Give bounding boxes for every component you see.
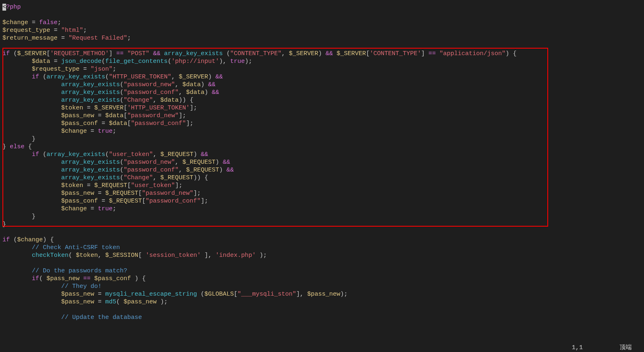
token: ( — [120, 159, 124, 166]
token: $data — [32, 58, 50, 65]
code-line[interactable] — [2, 306, 642, 314]
token: "password_conf" — [124, 167, 179, 174]
token — [2, 128, 61, 135]
token: ( — [39, 275, 46, 282]
code-line[interactable] — [2, 11, 642, 19]
token: 'session_token' — [146, 252, 201, 259]
token: array_key_exists — [46, 151, 105, 158]
code-line[interactable]: } — [2, 221, 642, 228]
token: 'index.php' — [215, 252, 256, 259]
code-line[interactable] — [2, 259, 642, 267]
token: = — [98, 120, 109, 127]
token: if — [32, 275, 39, 282]
code-line[interactable] — [2, 228, 642, 236]
token: true — [230, 58, 245, 65]
token: $pass_new — [124, 299, 157, 305]
code-line[interactable]: $token = $_REQUEST["user_token"]; — [2, 182, 642, 189]
token: $data — [182, 81, 201, 88]
code-line[interactable]: } else { — [2, 143, 642, 151]
token: ) — [204, 89, 212, 96]
code-line[interactable]: array_key_exists("password_conf", $_REQU… — [2, 166, 642, 174]
code-line[interactable]: } — [2, 135, 642, 143]
token: array_key_exists — [46, 74, 105, 80]
code-editor[interactable]: <?php $change = false;$request_type = "h… — [0, 0, 644, 352]
token: ); — [340, 291, 347, 298]
token: "password_new" — [124, 159, 175, 166]
code-line[interactable]: $pass_conf = $_REQUEST["password_conf"]; — [2, 197, 642, 205]
code-line[interactable]: checkToken( $token, $_SESSION[ 'session_… — [2, 252, 642, 259]
token: = — [83, 182, 94, 189]
token: if — [2, 50, 10, 57]
code-line[interactable]: $pass_conf = $data["password_conf"]; — [2, 120, 642, 127]
code-line[interactable]: $change = true; — [2, 205, 642, 213]
code-line[interactable]: array_key_exists("password_new", $_REQUE… — [2, 158, 642, 166]
token: "user_token" — [131, 182, 175, 189]
code-line[interactable]: $change = true; — [2, 127, 642, 135]
token: // They do! — [61, 283, 102, 290]
token: ( — [105, 74, 109, 80]
token: ; — [127, 35, 131, 42]
token: ] — [109, 50, 116, 57]
code-line[interactable]: $token = $_SERVER['HTTP_USER_TOKEN']; — [2, 104, 642, 112]
code-line[interactable]: $request_type = "html"; — [2, 27, 642, 34]
token — [2, 244, 32, 251]
token: "password_new" — [124, 81, 175, 88]
code-line[interactable]: array_key_exists("Change", $_REQUEST)) { — [2, 174, 642, 182]
token: // Check Anti-CSRF token — [32, 244, 120, 251]
token: "Change" — [124, 97, 153, 104]
token — [2, 283, 61, 290]
code-line[interactable]: $request_type = "json"; — [2, 65, 642, 73]
token: $return_message — [2, 35, 58, 42]
code-line[interactable]: array_key_exists("password_new", $data) … — [2, 81, 642, 89]
code-line[interactable]: if( $pass_new == $pass_conf ) { — [2, 275, 642, 283]
token — [333, 50, 336, 57]
cursor-position: 1,1 — [572, 344, 583, 352]
token: "Change" — [124, 174, 153, 181]
token: && — [153, 50, 160, 57]
code-line[interactable]: // Update the database — [2, 314, 642, 321]
code-line[interactable]: // They do! — [2, 283, 642, 290]
code-line[interactable]: <?php — [2, 3, 642, 11]
token: = — [80, 66, 91, 73]
token: [ — [138, 252, 146, 259]
token: ]; — [193, 190, 201, 197]
token: ); — [157, 299, 168, 305]
token: = — [58, 35, 69, 42]
token — [2, 66, 32, 73]
token: $change — [61, 205, 87, 212]
token: "password_conf" — [131, 120, 186, 127]
token: $request_type — [2, 27, 50, 34]
code-line[interactable]: if ($_SERVER['REQUEST_METHOD'] == "POST"… — [2, 50, 642, 58]
code-line[interactable]: $return_message = "Request Failed"; — [2, 34, 642, 42]
token: , — [281, 50, 289, 57]
code-line[interactable]: $pass_new = mysqli_real_escape_string ($… — [2, 290, 642, 298]
code-line[interactable]: if (array_key_exists("HTTP_USER_TOKEN", … — [2, 73, 642, 81]
token: ( — [120, 174, 124, 181]
code-line[interactable]: $pass_new = md5( $pass_new ); — [2, 298, 642, 306]
code-line[interactable]: $pass_new = $_REQUEST["password_new"]; — [2, 189, 642, 197]
code-line[interactable]: // Do the passwords match? — [2, 267, 642, 275]
token — [2, 291, 61, 298]
token: array_key_exists — [61, 97, 120, 104]
token: , — [175, 81, 182, 88]
token: [ — [124, 112, 127, 119]
token — [2, 174, 61, 181]
code-area[interactable]: <?php $change = false;$request_type = "h… — [0, 0, 644, 325]
code-line[interactable] — [2, 42, 642, 50]
code-line[interactable]: if ($change) { — [2, 236, 642, 244]
token: 'php://input' — [171, 58, 219, 65]
code-line[interactable]: $change = false; — [2, 19, 642, 27]
code-line[interactable]: $pass_new = $data["password_new"]; — [2, 112, 642, 120]
token: "password_new" — [142, 190, 193, 197]
code-line[interactable]: array_key_exists("password_conf", $data)… — [2, 89, 642, 96]
token — [2, 198, 61, 205]
code-line[interactable]: $data = json_decode(file_get_contents('p… — [2, 58, 642, 65]
code-line[interactable]: } — [2, 213, 642, 221]
token: $_SERVER — [94, 105, 124, 111]
token: "password_new" — [127, 112, 179, 119]
code-line[interactable]: if (array_key_exists("user_token", $_REQ… — [2, 151, 642, 158]
code-line[interactable]: array_key_exists("Change", $data)) { — [2, 96, 642, 104]
code-line[interactable]: // Check Anti-CSRF token — [2, 244, 642, 252]
token: checkToken — [32, 252, 69, 259]
token: ) — [201, 81, 208, 88]
